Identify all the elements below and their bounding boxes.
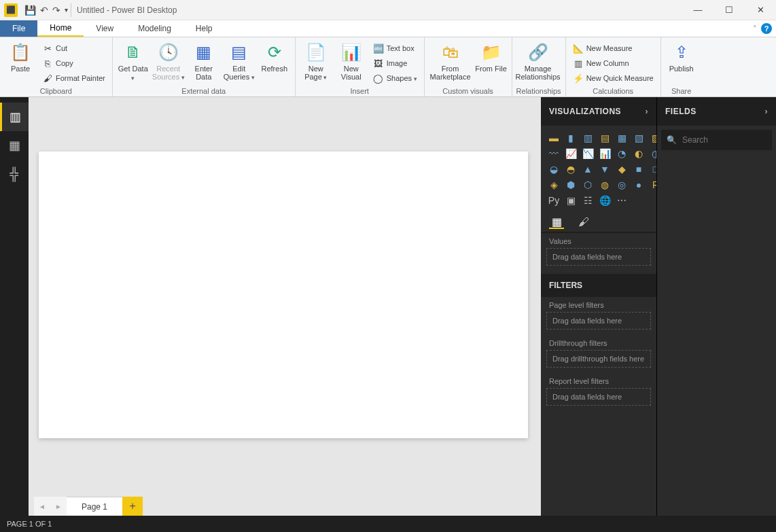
help-icon[interactable]: ? — [761, 23, 772, 34]
maximize-button[interactable]: ☐ — [713, 0, 745, 20]
viz-clustered-bar-icon[interactable]: ▮ — [563, 131, 578, 145]
tab-file[interactable]: File — [0, 20, 37, 37]
new-page-button[interactable]: 📄New Page — [300, 39, 332, 82]
fields-search[interactable]: 🔍 — [661, 130, 772, 150]
image-label: Image — [387, 59, 408, 67]
viz-arc-gis-icon[interactable]: 🌐 — [597, 194, 612, 207]
group-share: ⇪Publish Share — [661, 37, 702, 96]
save-icon[interactable]: 💾 — [24, 5, 36, 16]
shapes-button[interactable]: ◯Shapes — [370, 71, 420, 85]
copy-button[interactable]: ⎘Copy — [39, 56, 108, 70]
edit-queries-button[interactable]: ▤Edit Queries — [223, 39, 255, 82]
minimize-button[interactable]: — — [682, 0, 713, 20]
paste-button[interactable]: 📋 Paste — [4, 39, 37, 73]
image-button[interactable]: 🖼Image — [370, 56, 420, 70]
get-data-button[interactable]: 🗎Get Data — [117, 39, 149, 82]
undo-icon[interactable]: ↶ — [40, 5, 48, 16]
publish-button[interactable]: ⇪Publish — [665, 39, 698, 73]
viz-waterfall-icon[interactable]: ◐ — [631, 147, 646, 160]
nav-data-button[interactable]: ▦ — [0, 131, 29, 160]
collapse-viz-icon[interactable]: › — [646, 107, 649, 116]
new-measure-button[interactable]: 📐New Measure — [570, 41, 656, 55]
fields-title: FIELDS — [665, 107, 696, 116]
qat-dropdown-icon[interactable]: ▾ — [65, 6, 68, 14]
manage-relationships-button[interactable]: 🔗Manage Relationships — [516, 39, 560, 81]
nav-model-button[interactable]: ╬ — [0, 160, 29, 188]
drillthrough-dropzone[interactable]: Drag drillthrough fields here — [546, 350, 651, 368]
viz-line-clustered-column-icon[interactable]: ◔ — [614, 147, 629, 160]
viz-100-column-icon[interactable]: ▧ — [631, 131, 646, 145]
add-page-button[interactable]: + — [122, 497, 143, 516]
from-file-button[interactable]: 📁From File — [475, 39, 508, 73]
format-painter-label: Format Painter — [56, 74, 105, 82]
viz-funnel-icon[interactable]: ■ — [631, 162, 646, 176]
redo-icon[interactable]: ↷ — [52, 5, 60, 16]
viz-100-bar-icon[interactable]: ▦ — [614, 131, 629, 145]
tab-help[interactable]: Help — [183, 20, 225, 37]
page-next-button[interactable]: ► — [50, 497, 67, 516]
viz-map-icon[interactable]: ▼ — [597, 162, 612, 176]
viz-stacked-column-icon[interactable]: ▥ — [580, 131, 595, 145]
viz-clustered-column-icon[interactable]: ▤ — [597, 131, 612, 145]
nav-report-button[interactable]: ▥ — [0, 103, 29, 131]
tab-home[interactable]: Home — [37, 20, 84, 37]
collapse-ribbon-icon[interactable]: ˄ — [753, 24, 757, 33]
page-prev-button[interactable]: ◄ — [34, 497, 50, 516]
values-dropzone[interactable]: Drag data fields here — [546, 248, 651, 266]
viz-filled-map-icon[interactable]: ◆ — [614, 162, 629, 176]
refresh-button[interactable]: ⟳Refresh — [258, 39, 291, 73]
text-box-button[interactable]: 🔤Text box — [370, 41, 420, 55]
group-custom-visuals: 🛍From Marketplace 📁From File Custom visu… — [425, 37, 512, 96]
from-marketplace-button[interactable]: 🛍From Marketplace — [429, 39, 472, 81]
tab-view[interactable]: View — [84, 20, 126, 37]
cut-button[interactable]: ✂Cut — [39, 41, 108, 55]
titlebar: ⬛ 💾 ↶ ↷ ▾ Untitled - Power BI Desktop — … — [0, 0, 776, 20]
viz-line-stacked-column-icon[interactable]: 📊 — [597, 147, 612, 160]
viz-line-icon[interactable]: 〰 — [546, 147, 561, 160]
enter-data-icon: ▦ — [193, 41, 215, 63]
from-file-label: From File — [475, 65, 506, 73]
viz-stacked-bar-icon[interactable]: ▬ — [546, 131, 561, 145]
report-canvas[interactable] — [39, 152, 528, 438]
viz-donut-icon[interactable]: ◓ — [563, 162, 578, 176]
viz-multi-row-card-icon[interactable]: ⬢ — [563, 178, 578, 192]
viz-matrix-icon[interactable]: ● — [631, 178, 646, 192]
collapse-fields-icon[interactable]: › — [765, 107, 769, 116]
fields-tool-icon[interactable]: ▦ — [549, 215, 564, 229]
viz-more-icon[interactable]: ⋯ — [614, 194, 629, 207]
viz-key-influencers-icon[interactable]: ▣ — [563, 194, 578, 207]
recent-sources-icon: 🕓 — [158, 41, 179, 63]
recent-sources-button[interactable]: 🕓Recent Sources — [152, 39, 185, 82]
viz-kpi-icon[interactable]: ⬡ — [580, 178, 595, 192]
viz-pie-icon[interactable]: ◒ — [546, 162, 561, 176]
relationships-icon: 🔗 — [527, 41, 549, 63]
page-filters-dropzone[interactable]: Drag data fields here — [546, 312, 651, 330]
new-visual-icon: 📊 — [340, 41, 362, 63]
shapes-label: Shapes — [387, 74, 417, 82]
group-external-data: 🗎Get Data 🕓Recent Sources ▦Enter Data ▤E… — [113, 37, 296, 96]
viz-table-icon[interactable]: ◎ — [614, 178, 629, 192]
viz-slicer-icon[interactable]: ◍ — [597, 178, 612, 192]
format-painter-button[interactable]: 🖌Format Painter — [39, 71, 108, 85]
new-visual-button[interactable]: 📊New Visual — [335, 39, 368, 81]
new-column-button[interactable]: ▥New Column — [570, 56, 656, 70]
viz-stacked-area-icon[interactable]: 📉 — [580, 147, 595, 160]
fields-search-input[interactable] — [682, 135, 776, 145]
new-visual-label: New Visual — [335, 65, 368, 81]
enter-data-button[interactable]: ▦Enter Data — [188, 39, 220, 81]
viz-card-icon[interactable]: ◈ — [546, 178, 561, 192]
from-file-icon: 📁 — [480, 41, 502, 63]
close-button[interactable]: ✕ — [745, 0, 776, 20]
format-tool-icon[interactable]: 🖌 — [576, 215, 591, 229]
group-insert: 📄New Page 📊New Visual 🔤Text box 🖼Image ◯… — [296, 37, 425, 96]
viz-treemap-icon[interactable]: ▲ — [580, 162, 595, 176]
viz-py-visual-icon[interactable]: Py — [546, 194, 561, 207]
report-filters-dropzone[interactable]: Drag data fields here — [546, 388, 651, 406]
new-quick-measure-button[interactable]: ⚡New Quick Measure — [570, 71, 656, 85]
page-tab-1[interactable]: Page 1 — [67, 497, 122, 516]
viz-area-icon[interactable]: 📈 — [563, 147, 578, 160]
new-measure-label: New Measure — [586, 44, 633, 52]
group-clipboard: 📋 Paste ✂Cut ⎘Copy 🖌Format Painter Clipb… — [0, 37, 113, 96]
viz-decomposition-icon[interactable]: ☷ — [580, 194, 595, 207]
tab-modeling[interactable]: Modeling — [126, 20, 183, 37]
